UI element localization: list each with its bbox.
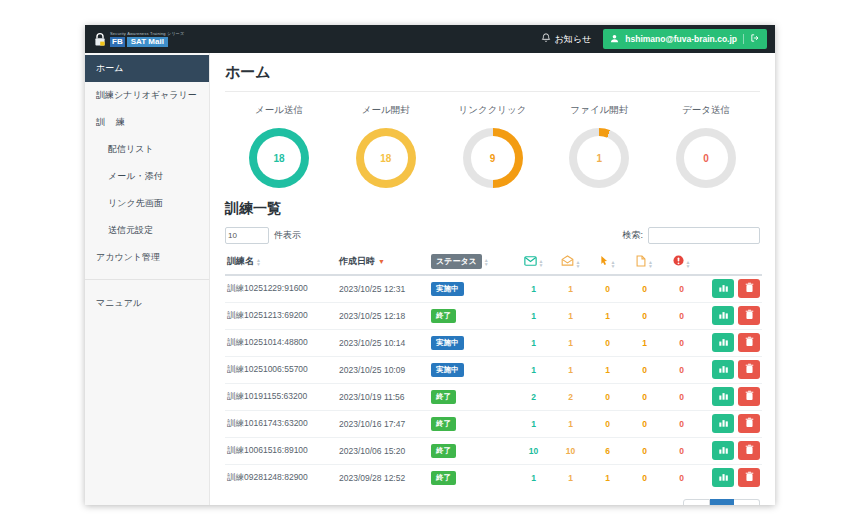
sidebar-item-account-management[interactable]: アカウント管理	[85, 244, 209, 271]
sidebar-item-manual[interactable]: マニュアル	[85, 290, 209, 317]
report-button[interactable]	[712, 333, 734, 352]
report-button[interactable]	[712, 414, 734, 433]
search-input[interactable]	[648, 227, 760, 244]
donut-value: 9	[490, 153, 496, 164]
button-divider	[743, 34, 744, 44]
count-cell: 1	[589, 464, 626, 491]
page-length-select[interactable]: 10	[225, 227, 269, 244]
count-cell: 1	[552, 329, 589, 356]
count-cell: 0	[626, 302, 663, 329]
delete-button[interactable]	[738, 468, 760, 487]
delete-button[interactable]	[738, 441, 760, 460]
sidebar-item-link-page[interactable]: リンク先画面	[85, 190, 209, 217]
sort-carets-icon[interactable]: ▲▼	[611, 260, 616, 268]
brand-product-name: SAT Mail	[127, 37, 168, 47]
file-open-icon	[636, 259, 646, 269]
sort-carets-icon[interactable]: ▲▼	[576, 260, 581, 268]
sidebar-item-training-section: 訓 練	[85, 109, 209, 136]
bar-chart-icon	[718, 335, 729, 350]
table-row: 訓練09281248:829002023/09/28 12:52終了11100	[225, 464, 762, 491]
sidebar-item-scenario-gallery[interactable]: 訓練シナリオギャラリー	[85, 82, 209, 109]
bar-chart-icon	[718, 416, 729, 431]
brand-series-label: Security Awareness Training シリーズ	[110, 32, 184, 36]
mail-opened-column-header[interactable]: ▲▼	[552, 251, 589, 275]
link-click-column-header[interactable]: ▲▼	[589, 251, 626, 275]
trash-icon	[745, 416, 754, 431]
bar-chart-icon	[718, 308, 729, 323]
table-row: 訓練10161743:632002023/10/16 17:47終了11000	[225, 410, 762, 437]
count-cell: 0	[626, 410, 663, 437]
table-row: 訓練10061516:891002023/10/06 15:20終了101060…	[225, 437, 762, 464]
sidebar-item-mail-attachment[interactable]: メール・添付	[85, 163, 209, 190]
count-cell: 0	[589, 410, 626, 437]
search-label: 検索:	[622, 229, 643, 242]
sort-carets-icon[interactable]: ▲▼	[648, 260, 653, 268]
delete-button[interactable]	[738, 360, 760, 379]
column-header-0[interactable]: 訓練名▲▼	[225, 251, 337, 275]
report-button[interactable]	[712, 387, 734, 406]
column-header-1[interactable]: 作成日時▼	[337, 251, 429, 275]
report-button[interactable]	[712, 279, 734, 298]
bar-chart-icon	[718, 362, 729, 377]
file-open-column-header[interactable]: ▲▼	[626, 251, 663, 275]
count-cell: 0	[663, 464, 700, 491]
sort-desc-icon[interactable]: ▼	[378, 258, 385, 265]
report-button[interactable]	[712, 360, 734, 379]
delete-button[interactable]	[738, 333, 760, 352]
delete-button[interactable]	[738, 414, 760, 433]
count-cell: 1	[515, 302, 552, 329]
sort-carets-icon[interactable]: ▲▼	[686, 260, 691, 268]
status-badge: 実施中	[431, 363, 464, 377]
status-badge: 実施中	[431, 282, 464, 296]
donut-ring: 18	[356, 128, 416, 188]
created-date-cell: 2023/10/19 11:56	[337, 383, 429, 410]
training-name-cell: 訓練09281248:82900	[225, 464, 337, 491]
logout-icon[interactable]	[750, 33, 760, 45]
notifications-link[interactable]: お知らせ	[541, 33, 592, 46]
data-sent-column-header[interactable]: ▲▼	[663, 251, 700, 275]
brand-fb-mark: FB	[110, 37, 125, 47]
delete-button[interactable]	[738, 306, 760, 325]
count-cell: 1	[626, 329, 663, 356]
count-cell: 0	[626, 275, 663, 302]
count-cell: 1	[552, 464, 589, 491]
brand-logo[interactable]: Security Awareness Training シリーズ FB SAT …	[93, 32, 184, 47]
status-badge: 実施中	[431, 336, 464, 350]
sidebar-item-home[interactable]: ホーム	[85, 55, 209, 82]
column-header-2[interactable]: ステータス▲▼	[429, 251, 515, 275]
count-cell: 1	[589, 302, 626, 329]
bar-chart-icon	[718, 443, 729, 458]
count-cell: 2	[515, 383, 552, 410]
app-window: Security Awareness Training シリーズ FB SAT …	[85, 25, 775, 505]
sidebar-item-delivery-list[interactable]: 配信リスト	[85, 136, 209, 163]
delete-button[interactable]	[738, 279, 760, 298]
count-cell: 0	[589, 383, 626, 410]
delete-button[interactable]	[738, 387, 760, 406]
donut-label: メール開封	[362, 104, 410, 117]
created-date-cell: 2023/10/25 12:31	[337, 275, 429, 302]
table-row: 訓練10251229:916002023/10/25 12:31実施中11000	[225, 275, 762, 302]
sort-carets-icon[interactable]: ▲▼	[539, 259, 544, 267]
bar-chart-icon	[718, 281, 729, 296]
sort-carets-icon[interactable]: ▲▼	[484, 258, 489, 266]
training-table: 訓練名▲▼作成日時▼ステータス▲▼▲▼▲▼▲▼▲▼▲▼ 訓練10251229:9…	[225, 251, 762, 491]
donut-label: データ送信	[682, 104, 730, 117]
donut-card-0: メール送信18	[231, 104, 327, 188]
trash-icon	[745, 389, 754, 404]
account-button[interactable]: hshimano@fuva-brain.co.jp	[603, 29, 767, 49]
prev-page-button[interactable]: 前	[683, 499, 710, 505]
mail-sent-column-header[interactable]: ▲▼	[515, 251, 552, 275]
training-name-cell: 訓練10161743:63200	[225, 410, 337, 437]
sort-carets-icon[interactable]: ▲▼	[256, 258, 261, 266]
report-button[interactable]	[712, 468, 734, 487]
report-button[interactable]	[712, 441, 734, 460]
donut-ring: 9	[463, 128, 523, 188]
training-name-cell: 訓練10061516:89100	[225, 437, 337, 464]
page-1-button[interactable]: 1	[710, 499, 734, 505]
trash-icon	[745, 470, 754, 485]
report-button[interactable]	[712, 306, 734, 325]
next-page-button[interactable]: 次	[734, 499, 760, 505]
training-name-cell: 訓練10191155:63200	[225, 383, 337, 410]
page-title: ホーム	[225, 63, 760, 92]
sidebar-item-sender-settings[interactable]: 送信元設定	[85, 217, 209, 244]
